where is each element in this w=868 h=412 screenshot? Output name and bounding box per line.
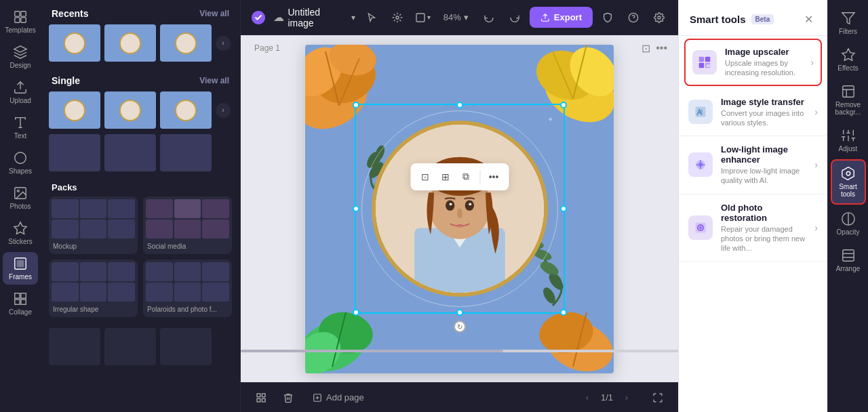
tool-image-upscaler[interactable]: 4K Image upscaler Upscale images by incr… — [684, 39, 822, 86]
recent-thumb-1[interactable] — [49, 24, 100, 62]
canvas-tool-more[interactable]: ••• — [484, 167, 503, 186]
sidebar-item-templates[interactable]: Templates — [3, 5, 38, 38]
sidebar-item-frames[interactable]: Frames — [3, 252, 38, 285]
canvas-tool-copy[interactable]: ⧉ — [456, 167, 475, 186]
upscaler-icon: 4K — [692, 50, 717, 75]
lowlight-arrow: › — [814, 159, 818, 170]
svg-text:4K: 4K — [707, 63, 711, 67]
svg-rect-1 — [21, 12, 26, 16]
smart-tools-header: Smart tools Beta ✕ — [679, 0, 827, 36]
single-thumb-5[interactable] — [104, 134, 156, 171]
svg-rect-90 — [842, 250, 854, 262]
recent-thumb-3[interactable] — [160, 24, 212, 62]
add-page-btn[interactable]: Add page — [306, 390, 371, 405]
sidebar-item-design[interactable]: Design — [3, 41, 38, 73]
pack-mockup[interactable]: Mockup — [49, 197, 138, 254]
expand-icon[interactable]: ⊡ — [642, 42, 650, 55]
frame-thumb-1[interactable] — [49, 328, 100, 365]
single-thumb-4[interactable] — [49, 134, 100, 171]
next-page-btn[interactable]: › — [618, 390, 635, 406]
frame-thumb-3[interactable] — [160, 328, 212, 365]
handle-mr[interactable] — [560, 205, 567, 212]
right-remove-bg[interactable]: Remove backgr... — [831, 79, 866, 121]
canvas-design[interactable]: ↻ ✦ ⊡ ⊞ ⧉ ••• — [305, 45, 614, 373]
single-thumb-3[interactable] — [160, 91, 212, 129]
upload-label: Upload — [9, 97, 31, 104]
resize-tool[interactable]: ▾ — [412, 7, 434, 28]
settings-icon-btn[interactable] — [648, 7, 670, 28]
help-icon-btn[interactable] — [623, 7, 644, 28]
magic-tool[interactable] — [387, 7, 408, 28]
single-header: Single View all — [41, 67, 240, 91]
page-count: 1/1 — [601, 392, 613, 403]
tool-image-style[interactable]: Image style transfer Convert your images… — [679, 89, 827, 137]
recents-next-arrow[interactable]: › — [216, 36, 231, 51]
file-dropdown-arrow[interactable]: ▾ — [351, 13, 355, 22]
trash-icon[interactable] — [279, 388, 298, 407]
close-smart-tools-btn[interactable]: ✕ — [800, 11, 816, 27]
frames-bottom-row-1 — [41, 328, 240, 371]
polaroids-label: Polaroids and photo f... — [143, 304, 232, 317]
right-effects[interactable]: Effects — [831, 42, 866, 77]
sidebar-item-shapes[interactable]: Shapes — [3, 146, 38, 179]
filters-label: Filters — [839, 28, 857, 35]
portrait-image — [372, 121, 548, 297]
zoom-value: 84% — [443, 12, 461, 22]
scrollbar-thumb[interactable] — [241, 350, 503, 352]
cloud-icon: ☁ — [273, 11, 284, 24]
main-area: ☁ Untitled image ▾ ▾ 84% — [241, 0, 678, 412]
recent-thumb-2[interactable] — [104, 24, 156, 62]
right-arrange[interactable]: Arrange — [831, 243, 866, 278]
svg-rect-67 — [699, 56, 705, 62]
sidebar-item-stickers[interactable]: Stickers — [3, 217, 38, 249]
sidebar-item-photos[interactable]: Photos — [3, 182, 38, 214]
circle-frame[interactable] — [372, 121, 548, 297]
irregular-label: Irregular shape — [49, 304, 138, 317]
scrollbar-track[interactable] — [241, 350, 678, 352]
right-opacity[interactable]: Opacity — [831, 206, 866, 241]
canvas-tool-layout[interactable]: ⊞ — [436, 167, 455, 186]
tool-low-light[interactable]: Low-light image enhancer Improve low-lig… — [679, 136, 827, 194]
svg-point-9 — [17, 190, 19, 192]
right-adjust[interactable]: Adjust — [831, 123, 866, 158]
tool-photo-restoration[interactable]: Old photo restoration Repair your damage… — [679, 194, 827, 262]
svg-rect-11 — [17, 260, 23, 266]
rotate-handle[interactable]: ↻ — [454, 321, 466, 333]
single-thumb-6[interactable] — [160, 134, 212, 171]
recents-view-all[interactable]: View all — [199, 9, 229, 18]
sidebar-item-collage[interactable]: Collage — [3, 287, 38, 320]
svg-point-88 — [846, 171, 850, 176]
pack-social-media[interactable]: Social media — [143, 197, 232, 254]
select-tool[interactable] — [361, 7, 382, 28]
single-view-all[interactable]: View all — [199, 76, 229, 85]
export-button[interactable]: Export — [530, 7, 593, 28]
grid-icon[interactable] — [252, 388, 271, 407]
handle-bm[interactable] — [456, 309, 463, 316]
pack-polaroids[interactable]: Polaroids and photo f... — [143, 260, 232, 317]
svg-point-59 — [469, 203, 471, 205]
shield-icon-btn[interactable] — [597, 7, 618, 28]
single-next-arrow[interactable]: › — [216, 103, 231, 118]
right-filters[interactable]: Filters — [831, 5, 866, 41]
canvas-container[interactable]: Page 1 ⊡ ••• — [241, 35, 678, 382]
smart-tools-title: Smart tools Beta — [690, 14, 774, 25]
pack-irregular[interactable]: Irregular shape — [49, 260, 138, 317]
handle-tm[interactable] — [456, 102, 463, 108]
packs-label: Packs — [41, 177, 240, 197]
single-thumb-1[interactable] — [49, 91, 100, 129]
sidebar-item-upload[interactable]: Upload — [3, 76, 38, 108]
canvas-tool-grid[interactable]: ⊡ — [416, 167, 435, 186]
sidebar-item-text[interactable]: Text — [3, 111, 38, 144]
right-smart-tools[interactable]: Smart tools — [831, 159, 866, 205]
redo-btn[interactable] — [504, 7, 526, 28]
style-arrow: › — [814, 106, 818, 117]
zoom-selector[interactable]: 84% ▾ — [438, 9, 474, 25]
prev-page-btn[interactable]: ‹ — [579, 390, 595, 406]
single-thumb-2[interactable] — [104, 91, 156, 129]
leaf-top-left — [305, 45, 400, 133]
undo-btn[interactable] — [478, 7, 500, 28]
opacity-label: Opacity — [837, 228, 860, 236]
frame-thumb-2[interactable] — [104, 328, 156, 365]
fullscreen-icon[interactable] — [648, 388, 667, 407]
more-icon[interactable]: ••• — [656, 42, 667, 55]
